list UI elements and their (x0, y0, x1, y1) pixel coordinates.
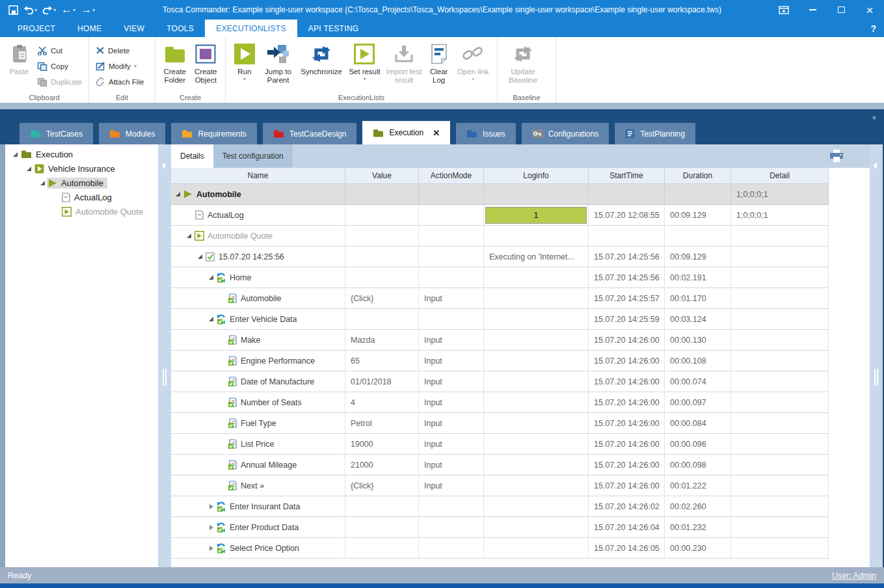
doc-tab-testplanning[interactable]: TestPlanning (615, 123, 695, 144)
navigate-forward-button[interactable]: → ▾ (79, 4, 97, 16)
import-test-result-button[interactable]: Import test result (383, 41, 425, 85)
splitter-grip[interactable] (163, 369, 167, 386)
grid-row-next-[interactable]: Next »{Click}Input15.07.20 14:26:0000:01… (171, 475, 829, 496)
expander-open-icon[interactable] (38, 181, 47, 185)
grid-row-enter-insurant-data[interactable]: Enter Insurant Data15.07.20 14:26:0200:0… (171, 496, 829, 517)
expander-closed-icon[interactable] (207, 504, 215, 509)
close-tab-icon[interactable]: ✕ (433, 128, 440, 138)
folder-check-icon (215, 543, 227, 554)
create-folder-button[interactable]: Create Folder (159, 41, 191, 85)
jump-to-parent-button[interactable]: Jump to Parent (260, 41, 297, 85)
row-name-label: Engine Performance (241, 356, 315, 366)
grid-row-automobile[interactable]: Automobile1;0;0;0;1 (171, 184, 829, 205)
column-header-loginfo[interactable]: Loginfo (484, 168, 589, 183)
set-result-button[interactable]: Set result ▾ (346, 41, 384, 82)
row-name-label: Date of Manufacture (241, 377, 314, 386)
update-baseline-button[interactable]: Update Baseline (502, 41, 544, 85)
expander-open-icon[interactable] (185, 234, 193, 238)
grid-row-automobile-quote[interactable]: Automobile Quote (171, 226, 829, 247)
grid-row-number-of-seats[interactable]: Number of Seats4Input15.07.20 14:26:0000… (171, 392, 829, 413)
duplicate-button[interactable]: Duplicate (34, 75, 85, 88)
tab-test-configuration[interactable]: Test configuration (213, 144, 293, 168)
doc-tab-modules[interactable]: Modules (99, 123, 165, 144)
tab-project[interactable]: PROJECT (7, 20, 66, 37)
window-frame-bottom (0, 583, 884, 588)
tab-home[interactable]: HOME (66, 20, 113, 37)
column-header-duration[interactable]: Duration (665, 168, 731, 183)
tree-item-automobile-quote[interactable]: Automobile Quote (5, 204, 158, 219)
print-button[interactable] (829, 150, 844, 162)
pane-dropdown-caret-icon[interactable]: ▼ (871, 114, 877, 122)
expander-open-icon[interactable] (196, 254, 204, 259)
grid-row-enter-vehicle-data[interactable]: Enter Vehicle Data15.07.20 14:25:5900:03… (171, 309, 829, 330)
copy-button[interactable]: Copy (34, 59, 85, 73)
doc-tab-testcases[interactable]: TestCases (20, 123, 93, 144)
user-admin-link[interactable]: User: Admin (832, 571, 876, 580)
expander-closed-icon[interactable] (207, 525, 215, 530)
grid-row-fuel-type[interactable]: Fuel TypePetrolInput15.07.20 14:26:0000:… (171, 413, 829, 434)
doc-tab-execution[interactable]: Execution✕ (362, 121, 450, 144)
column-header-starttime[interactable]: StartTime (589, 168, 665, 183)
column-header-name[interactable]: Name (171, 168, 345, 183)
grid-row-date-of-manufacture[interactable]: Date of Manufacture01/01/2018Input15.07.… (171, 371, 829, 392)
minimize-button[interactable] (798, 0, 827, 20)
column-header-actionmode[interactable]: ActionMode (419, 168, 484, 183)
cut-button[interactable]: Cut (34, 44, 85, 57)
expander-open-icon[interactable] (207, 317, 215, 321)
grid-row-engine-performance[interactable]: Engine Performance65Input15.07.20 14:26:… (171, 351, 829, 371)
tree-item-actuallog[interactable]: ActualLog (5, 190, 158, 204)
grid-row-automobile[interactable]: Automobile{Click}Input15.07.20 14:25:570… (171, 288, 829, 309)
doc-tab-requirements[interactable]: Requirements (171, 123, 257, 144)
synchronize-button[interactable]: Synchronize (297, 41, 345, 76)
redo-button[interactable]: ▾ (40, 4, 58, 16)
column-header-value[interactable]: Value (345, 168, 419, 183)
tab-details[interactable]: Details (171, 144, 213, 168)
navigate-back-button[interactable]: ← ▾ (59, 4, 77, 16)
close-button[interactable]: × (855, 0, 884, 20)
ribbon-display-options-button[interactable] (770, 0, 798, 20)
tab-api-testing[interactable]: API TESTING (297, 20, 370, 37)
open-link-button[interactable]: Open link ▾ (453, 41, 493, 82)
tab-executionlists[interactable]: EXECUTIONLISTS (205, 20, 297, 37)
undo-button[interactable]: ▾ (21, 4, 39, 16)
right-splitter[interactable] (870, 144, 883, 567)
attach-file-button[interactable]: Attach File (93, 75, 146, 88)
grid-row-list-price[interactable]: List Price19000Input15.07.20 14:26:0000:… (171, 434, 829, 455)
grid-row-actuallog[interactable]: ActualLog115.07.20 12:08:5500:09.1291;0;… (171, 205, 829, 226)
loginfo-highlight-cell[interactable]: 1 (485, 207, 587, 224)
left-splitter[interactable] (158, 144, 171, 567)
grid-row-home[interactable]: Home15.07.20 14:25:5600:02.191 (171, 267, 829, 288)
run-button[interactable]: Run ▾ (230, 41, 260, 82)
tree-item-vehicle-insurance[interactable]: Vehicle Insurance (5, 161, 158, 176)
grid-row-select-price-option[interactable]: Select Price Option15.07.20 14:26:0500:0… (171, 538, 829, 559)
expander-closed-icon[interactable] (207, 546, 215, 551)
collapse-panel-icon[interactable] (161, 163, 165, 169)
tab-tools[interactable]: TOOLS (155, 20, 205, 37)
save-button[interactable] (7, 4, 20, 16)
create-object-button[interactable]: Create Object (191, 41, 222, 85)
expander-open-icon[interactable] (207, 275, 215, 280)
grid-row-make[interactable]: MakeMazdaInput15.07.20 14:26:0000:00.130 (171, 330, 829, 351)
doc-tab-configurations[interactable]: Configurations (522, 123, 609, 144)
splitter-grip[interactable] (874, 369, 878, 386)
maximize-button[interactable] (827, 0, 855, 20)
modify-button[interactable]: Modify ▾ (93, 59, 146, 73)
paste-button[interactable]: Paste (4, 41, 34, 76)
doc-tab-issues[interactable]: Issues (456, 123, 516, 144)
expander-open-icon[interactable] (10, 152, 20, 157)
column-header-detail[interactable]: Detail (731, 168, 829, 183)
collapse-panel-icon[interactable] (873, 163, 877, 169)
expander-open-icon[interactable] (174, 192, 182, 196)
create-folder-icon (164, 42, 186, 66)
grid-row-annual-mileage[interactable]: Annual Mileage21000Input15.07.20 14:26:0… (171, 455, 829, 475)
clear-log-button[interactable]: Clear Log (425, 41, 453, 85)
tree-item-automobile[interactable]: Automobile (5, 176, 158, 190)
tab-view[interactable]: VIEW (113, 20, 155, 37)
delete-button[interactable]: Delete (93, 44, 146, 57)
grid-row-15-07-20-14-25-56[interactable]: 15.07.20 14:25:56Executing on 'Internet.… (171, 247, 829, 267)
doc-tab-testcasedesign[interactable]: TestCaseDesign (263, 123, 356, 144)
expander-open-icon[interactable] (24, 167, 33, 171)
help-button[interactable]: ? (870, 20, 876, 37)
grid-row-enter-product-data[interactable]: Enter Product Data15.07.20 14:26:0400:01… (171, 517, 829, 538)
tree-item-execution[interactable]: Execution (5, 147, 158, 161)
